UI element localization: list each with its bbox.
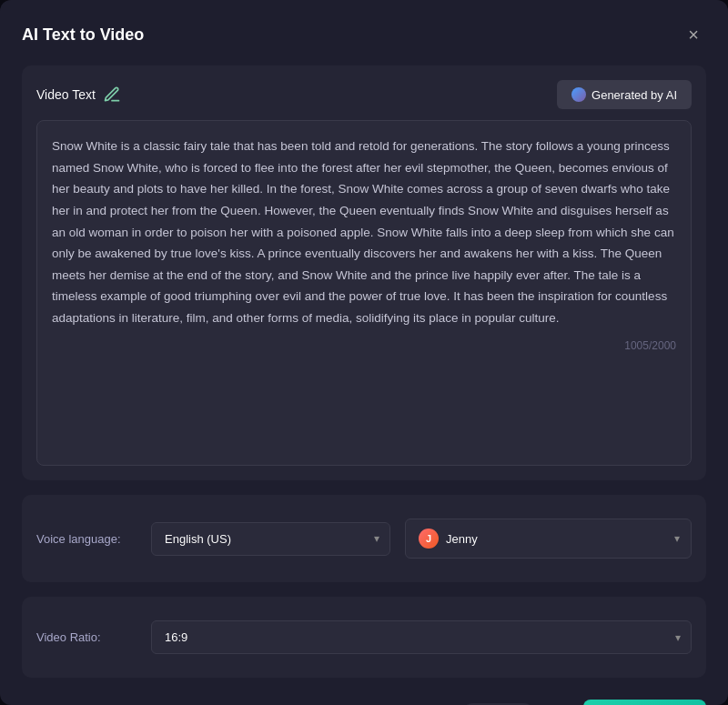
video-text-section: Video Text Generated by AI Snow White is… xyxy=(22,65,706,480)
voice-language-section: Voice language: English (US) ▾ J Jenny ▾ xyxy=(22,495,706,582)
voice-language-select-wrapper: English (US) ▾ xyxy=(151,522,390,556)
video-ratio-section: Video Ratio: 16:9 ▾ xyxy=(22,597,706,678)
video-ratio-select-wrapper: 16:9 ▾ xyxy=(151,620,692,654)
generated-by-label: Generated by AI xyxy=(592,88,677,102)
ai-icon xyxy=(571,87,586,102)
ai-text-to-video-modal: AI Text to Video × Video Text Gener xyxy=(0,0,728,705)
section-title: Video Text xyxy=(36,86,121,104)
text-to-video-button[interactable]: Text to Video xyxy=(583,700,706,705)
text-area[interactable]: Snow White is a classic fairy tale that … xyxy=(36,120,692,466)
video-ratio-row: Video Ratio: 16:9 ▾ xyxy=(36,611,692,663)
video-ratio-label: Video Ratio: xyxy=(36,630,136,644)
section-header: Video Text Generated by AI xyxy=(36,80,692,109)
modal-title: AI Text to Video xyxy=(22,25,144,45)
video-ratio-select[interactable]: 16:9 xyxy=(151,620,692,654)
voice-chevron-icon: ▾ xyxy=(674,532,680,545)
voice-initial: J xyxy=(426,533,431,544)
char-count: 1005/2000 xyxy=(52,337,676,355)
voice-avatar: J xyxy=(419,529,439,549)
voice-language-row: Voice language: English (US) ▾ J Jenny ▾ xyxy=(36,509,692,568)
voice-language-label: Voice language: xyxy=(36,532,136,546)
generated-by-button[interactable]: Generated by AI xyxy=(557,80,692,109)
voice-language-value: English (US) xyxy=(165,532,231,546)
text-content: Snow White is a classic fairy tale that … xyxy=(52,136,676,329)
video-ratio-value: 16:9 xyxy=(165,630,187,644)
footer: Estimated consumption: 30 A 54 + ↻ Text … xyxy=(22,692,706,705)
close-button[interactable]: × xyxy=(681,22,706,47)
video-text-label: Video Text xyxy=(36,87,96,102)
modal-header: AI Text to Video × xyxy=(22,22,706,47)
voice-language-select[interactable]: English (US) xyxy=(151,522,390,556)
voice-name: Jenny xyxy=(446,532,478,546)
voice-select[interactable]: J Jenny ▾ xyxy=(405,519,692,559)
edit-icon xyxy=(103,86,121,104)
